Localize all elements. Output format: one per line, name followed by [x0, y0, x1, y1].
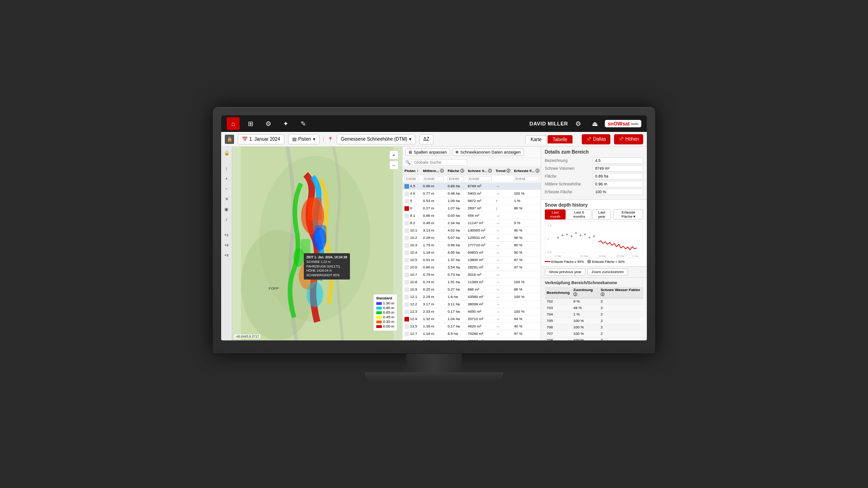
- cell-piste: 8.1: [403, 212, 421, 220]
- spalten-button[interactable]: ⊞ Spalten anpassen: [405, 149, 450, 156]
- table-row[interactable]: 12.3 2.33 m 0.17 ha 4050 m² → 100 %: [403, 308, 541, 315]
- zoom-reset-button[interactable]: Zoom zurücksetzen: [587, 268, 628, 275]
- sidebar-expand-icon[interactable]: ↕: [223, 164, 231, 173]
- piste-color-dot: [404, 258, 409, 262]
- table-row[interactable]: 10.2 2.28 m 5.07 ha 125531 m² → 98 %: [403, 234, 541, 242]
- nav-settings-icon[interactable]: ⚙: [572, 117, 585, 130]
- cell-piste: 12.2: [403, 301, 421, 308]
- table-row[interactable]: 12.4 1.32 m 1.04 ha 20710 m² → 64 %: [403, 315, 541, 323]
- table-row[interactable]: 4.5 0.96 m 0.89 ha 8749 m² →: [403, 183, 541, 190]
- schnee-volumen-label: Schnee Volumen: [545, 166, 591, 171]
- cell-flache: 4.65 ha: [446, 249, 466, 256]
- tabelle-tab[interactable]: Tabelle: [548, 135, 573, 143]
- cell-flache: 0.48 ha: [446, 190, 466, 197]
- pisten-button[interactable]: ▤ Pisten ▾: [288, 134, 319, 144]
- table-row[interactable]: 10.6 0.80 m 3.54 ha 26291 m² → 97 %: [403, 264, 541, 271]
- sidebar-lock-icon[interactable]: 🔒: [223, 149, 231, 157]
- layers-icon[interactable]: ⊞: [244, 117, 257, 130]
- table-row[interactable]: 10.3 1.79 m 0.96 ha 177710 m² → 60 %: [403, 242, 541, 249]
- chart-btn-erfasste[interactable]: Erfasste Fläche ▾: [614, 209, 643, 220]
- filter-flache-input[interactable]: [447, 176, 464, 181]
- measurement-button[interactable]: Gemessene Schneehöhe (DTM) ▾: [337, 134, 416, 144]
- piste-color-dot: [404, 243, 409, 248]
- cell-erfasste: [512, 338, 541, 341]
- trend-icon: →: [495, 220, 500, 226]
- filter-schnee-input[interactable]: [468, 176, 492, 181]
- verk-cell-bezeichnung: 705: [545, 318, 572, 324]
- search-input[interactable]: [412, 159, 467, 166]
- cell-schnee: 3016 m²: [466, 271, 494, 279]
- chart-btn-last-month[interactable]: Last month: [545, 209, 566, 220]
- chart-btn-last-6months[interactable]: Last 6 months: [567, 209, 591, 220]
- table-row[interactable]: 10.4 1.18 m 4.65 ha 60603 m² → 90 %: [403, 249, 541, 256]
- map-zoom-in[interactable]: +: [389, 150, 398, 160]
- settings-icon[interactable]: ⚙: [262, 117, 275, 130]
- tools-icon[interactable]: ✦: [279, 117, 292, 130]
- table-row[interactable]: 8.2 0.46 m 2.34 ha 11147 m² → 9 %: [403, 220, 541, 227]
- home-icon[interactable]: ⌂: [227, 117, 240, 130]
- table-row[interactable]: 12.1 2.29 m 1.8 ha 43580 m² → 100 %: [403, 293, 541, 301]
- filter-pisten-input[interactable]: [404, 176, 419, 181]
- table-row[interactable]: 10.8 0.74 m 1.51 ha 11389 m² → 100 %: [403, 279, 541, 286]
- sidebar-locate-icon[interactable]: ◉: [223, 205, 231, 213]
- table-row[interactable]: 10.1 3.13 m 4.02 ha 130065 m² → 90 %: [403, 227, 541, 234]
- sidebar-plus1[interactable]: +1: [223, 231, 231, 239]
- table-row[interactable]: 10.5 0.91 m 1.37 ha 13806 m² → 87 %: [403, 256, 541, 264]
- piste-color-dot: [404, 287, 409, 292]
- sidebar-audio-icon[interactable]: ♪: [223, 215, 231, 223]
- table-row[interactable]: 6 0.27 m 1.07 ha 2697 m² ↓ 86 %: [403, 205, 541, 212]
- verk-cell-zuordnung: 9 %: [572, 298, 599, 305]
- filter-mittlere-input[interactable]: [423, 176, 444, 181]
- dallas-button[interactable]: 📌 Dallas: [582, 134, 610, 144]
- chart-btn-last-year[interactable]: Last year: [592, 209, 611, 220]
- nav-exit-icon[interactable]: ⏏: [588, 117, 601, 130]
- sidebar-plus-icon[interactable]: +: [223, 174, 231, 183]
- table-row[interactable]: 5 0.53 m 1.09 ha 5872 m² ↑ 1 %: [403, 197, 541, 205]
- trend-icon: ↓: [495, 206, 498, 211]
- cell-trend: →: [494, 279, 512, 286]
- erfasste-chevron: ▾: [633, 214, 635, 219]
- filter-trend: [494, 175, 512, 183]
- schneekano-button[interactable]: ❄ Schneekanonen Daten anzeigen: [452, 149, 524, 156]
- show-prev-year-button[interactable]: Show previous year: [545, 268, 585, 275]
- delta-button[interactable]: ΔZ: [419, 134, 434, 144]
- sidebar-plus2[interactable]: +2: [223, 241, 231, 249]
- map-tooltip: ZEIT 1. Jan. 2024, 19:24:38 SCHNEE 1.22 …: [304, 253, 350, 280]
- table-row[interactable]: 12.9 0.97 m 1.13 ha 13212 m² →: [403, 338, 541, 341]
- verk-cell-zuordnung: 100 %: [572, 324, 599, 331]
- sidebar-plus3[interactable]: +3: [223, 251, 231, 259]
- table-row[interactable]: 4.6 0.77 m 0.48 ha 5403 m² → 100 %: [403, 190, 541, 197]
- map-area[interactable]: FOPP ZEIT 1. Jan. 2024, 19:24:38 SCHNEE …: [232, 147, 402, 340]
- cell-flache: 3.11 ha: [446, 301, 466, 308]
- table-row[interactable]: 10.7 0.79 m 0.73 ha 3016 m² →: [403, 271, 541, 279]
- chart-controls: Last month Last 6 months Last year Erfas…: [545, 209, 643, 220]
- piste-color-dot: [404, 295, 409, 299]
- cell-mittlere: 3.13 m: [421, 227, 446, 234]
- cell-trend: →: [494, 323, 512, 330]
- col-schnee: Schnee V... ⓘ: [466, 167, 494, 175]
- hohen-button[interactable]: 📌 Höhen: [614, 134, 643, 144]
- edit-icon[interactable]: ✎: [297, 117, 310, 130]
- lock-button[interactable]: 🔒: [225, 135, 234, 144]
- piste-color-dot: [404, 184, 409, 189]
- calendar-icon: 📅: [242, 137, 247, 142]
- snowsat-suite-text: Suite: [631, 122, 639, 125]
- sidebar-minus-icon[interactable]: −: [223, 184, 231, 193]
- sidebar-cross-icon[interactable]: ✕: [223, 195, 231, 203]
- cell-schnee: 177710 m²: [466, 242, 494, 249]
- piste-color-dot: [404, 280, 409, 285]
- cell-piste: 10.7: [403, 271, 421, 279]
- legend-label-3: 0.65 m: [383, 310, 394, 315]
- table-row[interactable]: 8.1 0.86 m 0.05 ha 454 m² →: [403, 212, 541, 220]
- table-row[interactable]: 13.5 1.39 m 0.17 ha 4620 m² → 40 %: [403, 323, 541, 330]
- table-row[interactable]: 10.9 0.25 m 0.27 ha 686 m² → 86 %: [403, 286, 541, 293]
- karte-tab[interactable]: Karte: [525, 135, 547, 143]
- filter-erfasste-input[interactable]: [514, 176, 539, 181]
- map-zoom-out[interactable]: −: [389, 161, 398, 170]
- date-button[interactable]: 📅 1. Januar 2024: [238, 134, 284, 144]
- legend-color-1: [376, 302, 382, 305]
- table-row[interactable]: 12.7 1.16 m 6.5 ha 70280 m² → 97 %: [403, 330, 541, 338]
- table-row[interactable]: 12.2 3.17 m 3.11 ha 36098 m² →: [403, 301, 541, 308]
- cell-mittlere: 1.16 m: [421, 330, 446, 338]
- cell-piste: 12.3: [403, 308, 421, 315]
